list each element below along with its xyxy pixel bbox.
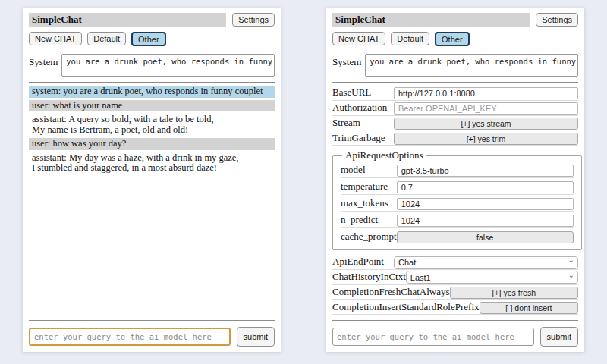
settings-button[interactable]: Settings bbox=[232, 13, 275, 27]
completion-fresh-chat-always-label: CompletionFreshChatAlways bbox=[332, 286, 450, 298]
cache-prompt-toggle-button[interactable]: false bbox=[397, 231, 574, 243]
query-row: submit bbox=[29, 327, 275, 347]
api-request-options-legend: ApiRequestOptions bbox=[342, 149, 426, 162]
query-input[interactable] bbox=[332, 328, 534, 346]
setting-row-n-predict: n_predict bbox=[341, 212, 574, 228]
chat-panel: SimpleChat Settings New CHAT Default Oth… bbox=[23, 8, 281, 352]
api-request-options-rows: model temperature max_tokens n_predict c… bbox=[341, 162, 574, 245]
chat-message: assistant: A query so bold, with a tale … bbox=[29, 114, 275, 136]
system-prompt-row: System you are a drunk poet, who respond… bbox=[332, 54, 578, 77]
model-input[interactable] bbox=[397, 165, 574, 177]
session-other-button[interactable]: Other bbox=[435, 32, 470, 46]
system-prompt-row: System you are a drunk poet, who respond… bbox=[29, 54, 275, 77]
divider bbox=[332, 320, 578, 321]
completion-insert-standard-role-prefix-toggle-button[interactable]: [-] dont insert bbox=[480, 302, 578, 314]
setting-row-api-endpoint: ApiEndPoint Chat ⌄ bbox=[332, 255, 578, 270]
divider bbox=[29, 82, 275, 83]
cache-prompt-label: cache_prompt bbox=[341, 231, 397, 243]
session-default-button[interactable]: Default bbox=[391, 32, 429, 46]
titlebar: SimpleChat Settings bbox=[332, 13, 578, 27]
system-label: System bbox=[29, 54, 58, 68]
empty-space bbox=[29, 174, 275, 315]
model-label: model bbox=[341, 164, 366, 176]
api-endpoint-label: ApiEndPoint bbox=[332, 256, 384, 268]
temperature-label: temperature bbox=[341, 180, 388, 193]
divider bbox=[332, 82, 578, 83]
stream-toggle-button[interactable]: [+] yes stream bbox=[394, 118, 578, 130]
trimgarbage-toggle-button[interactable]: [+] yes trim bbox=[394, 133, 578, 145]
submit-button[interactable]: submit bbox=[540, 327, 578, 347]
authorization-input[interactable] bbox=[394, 102, 578, 115]
max-tokens-input[interactable] bbox=[397, 198, 574, 210]
chat-message: user: what is your name bbox=[29, 100, 275, 112]
n-predict-label: n_predict bbox=[341, 214, 378, 226]
title-bar-background: SimpleChat bbox=[29, 13, 226, 27]
chat-history-in-ctxt-select[interactable]: Last1 bbox=[406, 271, 578, 284]
app-title: SimpleChat bbox=[335, 14, 385, 26]
app-title: SimpleChat bbox=[32, 14, 82, 26]
setting-row-max-tokens: max_tokens bbox=[341, 195, 574, 212]
setting-row-baseurl: BaseURL bbox=[332, 86, 578, 101]
chat-history-in-ctxt-label: ChatHistoryInCtxt bbox=[332, 271, 406, 283]
session-other-button[interactable]: Other bbox=[131, 32, 166, 46]
setting-row-chat-history-in-ctxt: ChatHistoryInCtxt Last1 ⌄ bbox=[332, 270, 578, 285]
chat-message: assistant: My day was a haze, with a dri… bbox=[29, 152, 275, 174]
submit-button[interactable]: submit bbox=[237, 327, 275, 347]
setting-row-completion-insert-standard-role-prefix: CompletionInsertStandardRolePrefix [-] d… bbox=[332, 300, 578, 315]
chat-message: system: you are a drunk poet, who respon… bbox=[29, 86, 275, 98]
title-bar-background: SimpleChat bbox=[332, 13, 530, 27]
stream-label: Stream bbox=[332, 117, 360, 129]
query-row: submit bbox=[332, 327, 578, 347]
session-default-button[interactable]: Default bbox=[87, 32, 126, 46]
system-prompt-input[interactable]: you are a drunk poet, who responds in fu… bbox=[365, 54, 578, 77]
session-toolbar: New CHAT Default Other bbox=[332, 32, 578, 46]
baseurl-input[interactable] bbox=[394, 87, 578, 99]
temperature-input[interactable] bbox=[397, 181, 574, 193]
max-tokens-label: max_tokens bbox=[341, 197, 388, 209]
chat-log: system: you are a drunk poet, who respon… bbox=[29, 86, 275, 174]
new-chat-button[interactable]: New CHAT bbox=[29, 32, 82, 46]
new-chat-button[interactable]: New CHAT bbox=[332, 32, 385, 46]
baseurl-label: BaseURL bbox=[332, 86, 371, 99]
n-predict-input[interactable] bbox=[397, 215, 574, 227]
api-request-options-group: ApiRequestOptions model temperature max_… bbox=[332, 149, 582, 250]
api-endpoint-select[interactable]: Chat bbox=[394, 256, 578, 269]
system-prompt-input[interactable]: you are a drunk poet, who responds in fu… bbox=[61, 54, 275, 77]
divider bbox=[29, 320, 275, 321]
titlebar: SimpleChat Settings bbox=[29, 13, 275, 27]
setting-row-model: model bbox=[341, 162, 574, 178]
setting-row-stream: Stream [+] yes stream bbox=[332, 116, 578, 131]
setting-row-authorization: Authorization bbox=[332, 101, 578, 116]
setting-row-completion-fresh-chat-always: CompletionFreshChatAlways [+] yes fresh bbox=[332, 285, 578, 300]
settings-panel: SimpleChat Settings New CHAT Default Oth… bbox=[326, 8, 584, 352]
trimgarbage-label: TrimGarbage bbox=[332, 132, 385, 144]
chat-message: user: how was your day? bbox=[29, 138, 275, 150]
system-label: System bbox=[332, 54, 361, 68]
session-toolbar: New CHAT Default Other bbox=[29, 32, 275, 46]
completion-insert-standard-role-prefix-label: CompletionInsertStandardRolePrefix bbox=[332, 301, 480, 313]
query-input[interactable] bbox=[29, 328, 231, 346]
completion-fresh-chat-always-toggle-button[interactable]: [+] yes fresh bbox=[450, 287, 578, 299]
setting-row-temperature: temperature bbox=[341, 178, 574, 195]
setting-row-cache-prompt: cache_prompt false bbox=[341, 228, 574, 245]
authorization-label: Authorization bbox=[332, 102, 387, 114]
settings-button[interactable]: Settings bbox=[536, 13, 578, 27]
setting-row-trimgarbage: TrimGarbage [+] yes trim bbox=[332, 130, 578, 146]
